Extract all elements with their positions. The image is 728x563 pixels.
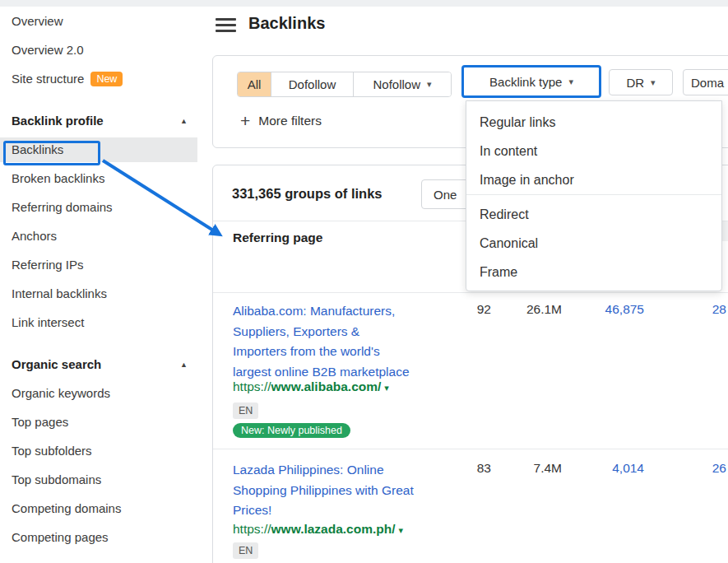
- sidebar-item-top-subdomains[interactable]: Top subdomains: [0, 465, 206, 494]
- collapse-arrow-icon: ▲: [180, 117, 188, 125]
- stat-traffic: 7.4M: [498, 461, 562, 476]
- url-prefix: https://: [233, 522, 271, 536]
- caret-down-icon: ▾: [651, 77, 656, 88]
- section-label: Organic search: [12, 357, 101, 371]
- sidebar-item-overview[interactable]: Overview: [0, 7, 206, 35]
- hamburger-menu-icon[interactable]: [216, 18, 236, 32]
- column-header-referring-page: Referring page: [233, 230, 322, 245]
- caret-down-icon: ▾: [384, 383, 389, 393]
- stat-ext-links[interactable]: 28: [655, 302, 726, 317]
- menu-divider: [466, 194, 721, 195]
- language-badge: EN: [233, 402, 258, 419]
- menu-item-image-in-anchor[interactable]: Image in anchor: [466, 165, 721, 194]
- referring-page-url[interactable]: https://www.lazada.com.ph/▾: [233, 522, 403, 537]
- filter-all-button[interactable]: All: [238, 72, 271, 96]
- new-badge: New: [90, 72, 123, 86]
- backlinks-report-page: Overview Overview 2.0 Site structure New…: [0, 0, 728, 563]
- sidebar-spacer: [0, 337, 206, 350]
- divider: [213, 292, 728, 293]
- menu-item-redirect[interactable]: Redirect: [466, 200, 721, 229]
- results-count: 331,365 groups of links: [232, 186, 382, 202]
- sidebar-item-competing-pages[interactable]: Competing pages: [0, 523, 206, 551]
- title-line: Importers from the world's: [233, 342, 463, 362]
- plus-icon: +: [240, 113, 250, 129]
- stat-link-count[interactable]: 4,014: [573, 461, 644, 476]
- caret-down-icon: ▾: [568, 77, 573, 87]
- backlink-type-label: Backlink type: [489, 75, 562, 89]
- sidebar: Overview Overview 2.0 Site structure New…: [0, 7, 206, 551]
- menu-item-in-content[interactable]: In content: [466, 137, 721, 165]
- language-badge: EN: [233, 542, 258, 559]
- stat-ur: 83: [428, 461, 491, 476]
- sidebar-item-site-structure[interactable]: Site structure New: [0, 64, 206, 93]
- menu-item-regular-links[interactable]: Regular links: [466, 108, 721, 137]
- dr-label: DR: [626, 76, 644, 90]
- url-domain: www.alibaba.com/: [271, 379, 382, 393]
- caret-down-icon: ▾: [427, 79, 432, 90]
- filter-dofollow-button[interactable]: Dofollow: [271, 72, 353, 96]
- sidebar-section-backlink-profile[interactable]: Backlink profile ▲: [0, 106, 206, 135]
- dr-filter-button[interactable]: DR ▾: [609, 69, 673, 95]
- more-filters-label: More filters: [258, 114, 322, 128]
- caret-down-icon: ▾: [399, 525, 404, 535]
- referring-page-url[interactable]: https://www.alibaba.com/▾: [233, 379, 389, 394]
- sidebar-item-top-pages[interactable]: Top pages: [0, 407, 206, 436]
- stat-traffic: 26.1M: [498, 302, 562, 317]
- sidebar-item-internal-backlinks[interactable]: Internal backlinks: [0, 279, 206, 308]
- more-filters-button[interactable]: + More filters: [240, 113, 322, 129]
- stat-ur: 92: [428, 302, 491, 317]
- domain-filter-button[interactable]: Doma: [683, 69, 728, 95]
- menu-item-canonical[interactable]: Canonical: [466, 229, 721, 258]
- row-divider: [213, 449, 728, 449]
- filter-nofollow-button[interactable]: Nofollow ▾: [353, 72, 451, 96]
- title-line: Shopping Philippines with Great: [233, 481, 463, 501]
- sidebar-item-top-subfolders[interactable]: Top subfolders: [0, 436, 206, 465]
- filter-nofollow-label: Nofollow: [373, 77, 420, 91]
- sidebar-spacer: [0, 93, 206, 106]
- section-label: Backlink profile: [12, 114, 104, 128]
- sidebar-item-label: Site structure: [12, 72, 84, 86]
- domain-label: Doma: [691, 76, 724, 90]
- backlink-type-menu: Regular links In content Image in anchor…: [466, 100, 722, 291]
- sidebar-item-referring-domains[interactable]: Referring domains: [0, 193, 206, 221]
- sidebar-item-link-intersect[interactable]: Link intersect: [0, 308, 206, 337]
- new-published-badge: New: Newly published: [233, 423, 350, 438]
- backlink-type-filter-button[interactable]: Backlink type ▾: [466, 69, 596, 94]
- sidebar-item-broken-backlinks[interactable]: Broken backlinks: [0, 164, 206, 193]
- collapse-arrow-icon: ▲: [180, 361, 188, 369]
- stat-link-count[interactable]: 46,875: [573, 302, 644, 317]
- title-line: Prices!: [233, 500, 463, 521]
- url-domain: www.lazada.com.ph/: [271, 522, 396, 536]
- sidebar-item-overview-2[interactable]: Overview 2.0: [0, 35, 206, 64]
- menu-item-frame[interactable]: Frame: [466, 258, 721, 286]
- sidebar-item-referring-ips[interactable]: Referring IPs: [0, 250, 206, 279]
- sidebar-item-anchors[interactable]: Anchors: [0, 221, 206, 250]
- sidebar-item-organic-keywords[interactable]: Organic keywords: [0, 379, 206, 407]
- follow-filter-group: All Dofollow Nofollow ▾: [237, 72, 452, 97]
- url-prefix: https://: [233, 379, 271, 393]
- title-line: Suppliers, Exporters &: [233, 322, 463, 342]
- stat-ext-links[interactable]: 26: [655, 461, 726, 476]
- sidebar-item-competing-domains[interactable]: Competing domains: [0, 494, 206, 523]
- sidebar-section-organic-search[interactable]: Organic search ▲: [0, 350, 206, 379]
- sidebar-item-backlinks[interactable]: Backlinks: [0, 137, 197, 162]
- page-title: Backlinks: [248, 14, 325, 33]
- top-divider-strip: [0, 0, 728, 7]
